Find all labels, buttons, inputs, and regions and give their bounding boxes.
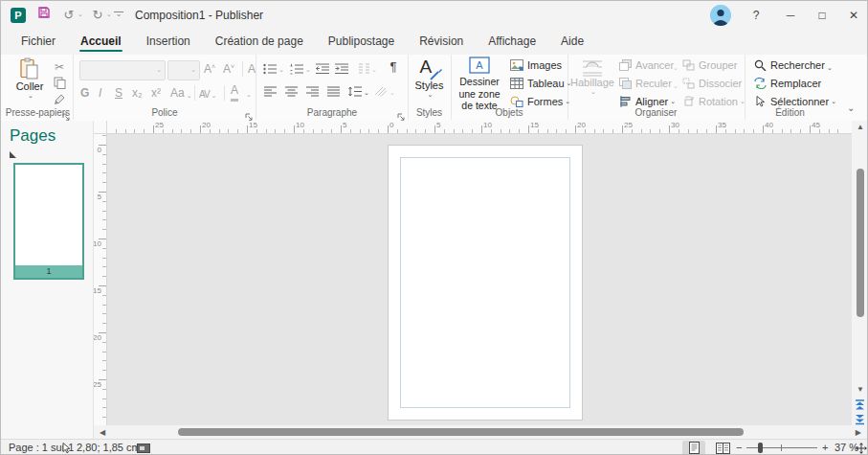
scroll-down-icon[interactable]: ▼ [857, 385, 864, 394]
document-canvas[interactable] [107, 134, 852, 425]
shrink-font-button[interactable]: A˅ [223, 59, 234, 78]
bold-button[interactable]: G [80, 83, 89, 102]
horizontal-scrollbar-thumb[interactable] [178, 428, 744, 436]
scroll-up-icon[interactable]: ▲ [857, 123, 864, 131]
vertical-scrollbar[interactable]: ▲ ▼ [852, 121, 868, 439]
images-button[interactable]: Images [510, 59, 562, 71]
styles-button[interactable]: A Styles ⌄ [410, 57, 449, 99]
collapse-ribbon-icon[interactable]: ⌄ [847, 102, 855, 113]
vertical-scrollbar-thumb[interactable] [857, 169, 864, 317]
numbering-icon[interactable] [288, 60, 305, 77]
tab-insertion[interactable]: Insertion [134, 30, 203, 55]
shading-icon[interactable] [372, 83, 389, 100]
tab-affichage[interactable]: Affichage [476, 30, 548, 55]
next-page-button[interactable] [854, 412, 867, 425]
tab-creation-de-page[interactable]: Création de page [203, 30, 316, 55]
shapes-button[interactable]: Formes ⌄ [510, 96, 570, 107]
tab-accueil[interactable]: Accueil [68, 30, 134, 55]
numbering-dropdown-icon[interactable]: ⌄ [305, 66, 311, 74]
bring-forward-label: Avancer [635, 59, 674, 71]
align-center-icon[interactable] [282, 83, 300, 100]
align-objects-button[interactable]: Aligner ⌄ [619, 96, 676, 107]
account-avatar[interactable] [710, 5, 731, 26]
bullets-dropdown-icon[interactable]: ⌄ [278, 66, 284, 74]
group-clipboard: Coller ⌄ ✂ Presse-papiers [3, 55, 74, 120]
zoom-in-button[interactable]: + [822, 442, 828, 453]
draw-textbox-button[interactable]: A Dessiner une zone de texte [453, 57, 506, 112]
change-case-button[interactable]: Aa⌄ [170, 83, 192, 102]
find-button[interactable]: Rechercher [754, 59, 825, 71]
minimize-button[interactable]: ─ [774, 1, 807, 30]
horizontal-scrollbar[interactable]: ◀ ▶ [94, 425, 868, 439]
redo-button[interactable]: ↻ [87, 5, 108, 26]
justify-icon[interactable] [324, 83, 342, 100]
align-right-icon[interactable] [303, 83, 321, 100]
copy-icon[interactable] [51, 75, 68, 91]
line-spacing-icon[interactable] [346, 83, 364, 100]
decrease-indent-icon[interactable] [314, 60, 331, 77]
select-button[interactable]: Sélectionner ⌄ [754, 96, 836, 107]
group-arrange: Habillage ⌄ Avancer ⌄ Reculer ⌄ Aligner … [568, 55, 746, 120]
font-dialog-launcher-icon[interactable] [245, 108, 254, 117]
character-spacing-button[interactable]: AV⌄ [199, 83, 215, 102]
clear-formatting-button[interactable]: A [248, 59, 256, 78]
publisher-app-icon: P [11, 8, 26, 23]
show-paragraph-marks-icon[interactable]: ¶ [385, 58, 402, 75]
page-thumbnail[interactable]: 1 [13, 163, 84, 280]
font-color-dropdown-icon[interactable]: ⌄ [246, 91, 252, 99]
paragraph-dialog-launcher-icon[interactable] [397, 108, 406, 117]
redo-dropdown-icon[interactable]: ⌄ [106, 11, 112, 18]
tab-revision[interactable]: Révision [407, 30, 476, 55]
help-button[interactable]: ? [740, 1, 772, 30]
close-button[interactable]: ✕ [837, 1, 868, 30]
grow-font-button[interactable]: A˄ [204, 59, 215, 78]
subscript-button[interactable]: x₂ [132, 83, 143, 102]
undo-button[interactable]: ↺ [58, 5, 79, 26]
publication-page[interactable] [388, 145, 583, 421]
paste-button[interactable]: Coller ⌄ [11, 57, 49, 100]
undo-dropdown-icon[interactable]: ⌄ [78, 11, 83, 18]
clipboard-dialog-launcher-icon[interactable] [62, 108, 71, 117]
zoom-slider-thumb[interactable] [758, 443, 763, 453]
ungroup-icon [682, 78, 695, 89]
qat-customize-icon[interactable]: ⌄ [114, 11, 123, 20]
tab-fichier[interactable]: Fichier [9, 30, 68, 55]
object-position[interactable]: 2,80; 1,85 cm [77, 442, 141, 453]
replace-button[interactable]: Remplacer [754, 78, 821, 89]
find-label: Rechercher [770, 59, 825, 71]
send-backward-label: Reculer [635, 78, 672, 89]
format-painter-icon[interactable] [51, 91, 68, 107]
pages-collapse-icon[interactable] [10, 151, 16, 158]
tab-aide[interactable]: Aide [548, 30, 596, 55]
bullets-icon[interactable] [261, 60, 278, 77]
superscript-button[interactable]: x² [151, 83, 161, 102]
scroll-left-icon[interactable]: ◀ [100, 428, 105, 437]
underline-button[interactable]: S [115, 83, 122, 102]
vertical-ruler[interactable]: 0510152025 [94, 134, 107, 425]
columns-icon[interactable] [355, 60, 372, 77]
save-icon [37, 6, 51, 19]
horizontal-ruler[interactable]: 252015105051015202530354045 [107, 121, 852, 134]
font-size-combobox[interactable]: ⌄ [167, 60, 200, 80]
font-name-combobox[interactable]: ⌄ [79, 60, 166, 80]
fit-page-button[interactable] [856, 443, 867, 455]
align-left-icon[interactable] [261, 83, 278, 100]
cut-icon[interactable]: ✂ [51, 58, 68, 75]
save-button[interactable] [33, 5, 55, 26]
previous-page-button[interactable] [854, 398, 867, 411]
font-color-button[interactable]: A [231, 83, 238, 102]
object-size-icon[interactable] [137, 444, 150, 455]
scroll-right-icon[interactable]: ▶ [856, 428, 861, 437]
two-page-view-button[interactable] [711, 441, 734, 455]
line-spacing-dropdown-icon[interactable]: ⌄ [364, 89, 369, 97]
zoom-out-button[interactable]: − [736, 442, 742, 453]
find-dropdown-icon[interactable]: ⌄ [827, 64, 833, 72]
increase-indent-icon[interactable] [333, 60, 350, 77]
replace-icon [754, 78, 767, 89]
italic-button[interactable]: I [99, 83, 101, 102]
tab-publipostage[interactable]: Publipostage [316, 30, 407, 55]
group-objects: A Dessiner une zone de texte Images Tabl… [451, 55, 568, 120]
table-button[interactable]: Tableau ⌄ [510, 78, 571, 89]
single-page-view-button[interactable] [682, 441, 705, 455]
maximize-button[interactable]: □ [806, 1, 838, 30]
